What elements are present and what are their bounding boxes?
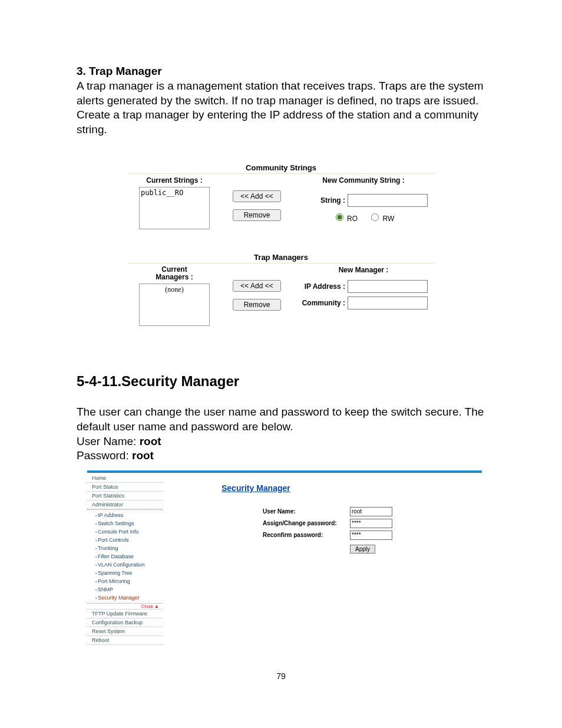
- new-community-string-label: New Community String :: [292, 176, 435, 185]
- menu-tftp-update[interactable]: TFTP Update Firmware: [87, 610, 163, 618]
- username-label: User Name:: [263, 508, 350, 515]
- new-manager-label: New Manager :: [292, 266, 435, 274]
- rw-label: RW: [382, 215, 394, 223]
- trap-managers-title: Trap Managers: [127, 253, 435, 263]
- submenu-ip-address[interactable]: IP Address: [87, 511, 163, 519]
- content-title: Security Manager: [222, 483, 470, 493]
- current-strings-listbox[interactable]: public__RO: [139, 187, 210, 229]
- sidebar-close[interactable]: Close ▲: [87, 604, 163, 610]
- menu-administrator[interactable]: Administrator: [87, 500, 163, 509]
- trap-manager-heading: 3. Trap Manager: [77, 65, 485, 78]
- submenu-port-mirroring[interactable]: Port Mirroring: [87, 577, 163, 585]
- remove-manager-button[interactable]: Remove: [233, 299, 281, 311]
- ip-address-input[interactable]: [348, 280, 428, 293]
- current-managers-label: CurrentManagers :: [127, 266, 222, 281]
- menu-home[interactable]: Home: [87, 474, 163, 483]
- string-field-label: String :: [292, 196, 345, 205]
- add-manager-button[interactable]: << Add <<: [233, 280, 281, 292]
- username-input[interactable]: [350, 507, 392, 516]
- security-manager-heading: 5-4-11.Security Manager: [77, 373, 485, 390]
- string-input[interactable]: [348, 194, 428, 207]
- current-managers-listbox[interactable]: (none): [139, 284, 210, 326]
- sidebar: Home Port Status Port Statistics Adminis…: [87, 473, 163, 646]
- default-password: Password: root: [77, 449, 485, 463]
- menu-reboot[interactable]: Reboot: [87, 636, 163, 645]
- menu-config-backup[interactable]: Configuration Backup: [87, 618, 163, 627]
- reconfirm-password-input[interactable]: [350, 531, 392, 540]
- submenu-security-manager[interactable]: Security Manager: [87, 594, 163, 602]
- submenu-vlan-configuration[interactable]: VLAN Configuration: [87, 561, 163, 569]
- default-username: User Name: root: [77, 434, 485, 449]
- submenu-snmp[interactable]: SNMP: [87, 585, 163, 594]
- submenu-switch-settings[interactable]: Switch Settings: [87, 519, 163, 528]
- add-string-button[interactable]: << Add <<: [233, 190, 281, 202]
- assign-password-input[interactable]: [350, 519, 392, 528]
- reconfirm-password-label: Reconfirm password:: [263, 532, 350, 538]
- submenu-spanning-tree[interactable]: Spanning Tree: [87, 569, 163, 577]
- assign-password-label: Assign/Change password:: [263, 520, 350, 526]
- figure-community-trap: Community Strings Current Strings : publ…: [127, 163, 435, 344]
- remove-string-button[interactable]: Remove: [233, 209, 281, 221]
- ro-label: RO: [347, 215, 358, 223]
- trap-manager-paragraph: A trap manager is a management station t…: [77, 79, 485, 137]
- figure-security-manager: Home Port Status Port Statistics Adminis…: [87, 470, 482, 646]
- ro-radio[interactable]: RO: [333, 212, 358, 223]
- submenu-filter-database[interactable]: Filter Database: [87, 552, 163, 561]
- community-label: Community :: [292, 299, 345, 307]
- submenu-port-controls[interactable]: Port Controls: [87, 536, 163, 544]
- submenu-console-port-info[interactable]: Console Port Info: [87, 528, 163, 536]
- menu-reset-system[interactable]: Reset System: [87, 627, 163, 636]
- ip-address-label: IP Address :: [292, 282, 345, 291]
- community-input[interactable]: [348, 297, 428, 309]
- menu-port-status[interactable]: Port Status: [87, 483, 163, 492]
- community-strings-title: Community Strings: [127, 163, 435, 174]
- security-intro: The user can change the user name and pa…: [77, 405, 485, 434]
- menu-port-statistics[interactable]: Port Statistics: [87, 492, 163, 500]
- page-number: 79: [0, 671, 562, 681]
- current-strings-label: Current Strings :: [127, 176, 222, 185]
- apply-button[interactable]: Apply: [350, 545, 375, 554]
- submenu-trunking[interactable]: Trunking: [87, 544, 163, 552]
- rw-radio[interactable]: RW: [368, 212, 394, 223]
